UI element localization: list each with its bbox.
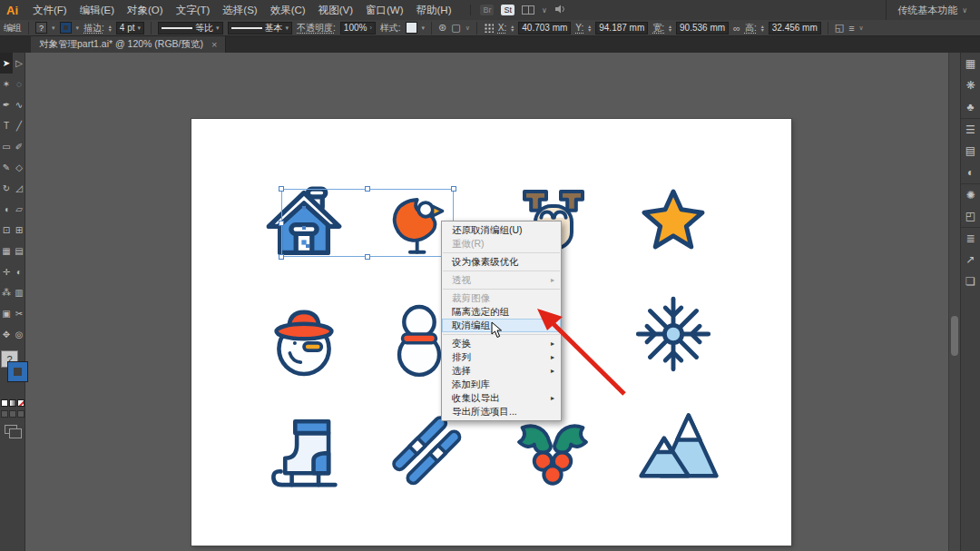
artboard-icon-snowman-face[interactable] <box>262 300 346 384</box>
anchor-point[interactable] <box>302 226 306 230</box>
graphic-styles-panel-icon[interactable]: ◰ <box>961 205 980 227</box>
symbol-sprayer-tool[interactable]: ⁂ <box>0 282 13 303</box>
paintbrush-tool[interactable]: ✐ <box>13 136 25 157</box>
document-setup-icon[interactable]: ⊛ <box>438 22 446 34</box>
artboard-icon-ice-skate[interactable] <box>267 413 350 497</box>
menu-item-arrange[interactable]: 排列 ▸ <box>442 350 561 364</box>
direct-selection-tool[interactable]: ▷ <box>13 53 25 74</box>
lasso-tool[interactable]: ◌ <box>13 74 25 94</box>
brushes-panel-icon[interactable]: ♣ <box>961 96 980 118</box>
chevron-down-icon[interactable]: ▾ <box>76 25 80 32</box>
menu-item-ungroup[interactable]: 取消编组 <box>442 319 561 332</box>
menubar-item[interactable]: 帮助(H) <box>410 0 458 20</box>
magic-wand-tool[interactable]: ✶ <box>0 74 13 94</box>
stroke-color-swatch[interactable] <box>60 22 72 34</box>
artboard-icon-skis[interactable] <box>387 411 466 489</box>
menu-item-undo-ungroup[interactable]: 还原取消编组(U) <box>442 223 561 237</box>
height-stepper[interactable]: ▴▾ <box>761 25 764 32</box>
anchor-point[interactable] <box>306 244 309 248</box>
selection-handle[interactable] <box>451 186 456 192</box>
menubar-item[interactable]: 窗口(W) <box>359 0 410 20</box>
pen-tool[interactable]: ✒ <box>0 94 13 115</box>
mode-button[interactable] <box>17 410 24 418</box>
drawing-mode-icon[interactable] <box>5 425 17 434</box>
chevron-down-icon[interactable]: ▾ <box>52 25 55 32</box>
menu-item-isolate-group[interactable]: 隔离选定的组 <box>442 305 561 319</box>
align-icon[interactable]: ≡ <box>848 23 854 34</box>
stroke-swatch[interactable] <box>8 362 27 381</box>
stock-icon[interactable]: St <box>501 5 514 15</box>
scale-tool[interactable]: ◿ <box>13 178 25 199</box>
zoom-tool[interactable]: ◎ <box>13 324 25 345</box>
x-stepper[interactable]: ▴▾ <box>511 25 514 32</box>
rectangle-tool[interactable]: ▭ <box>0 136 13 157</box>
menubar-item[interactable]: 对象(O) <box>121 0 170 20</box>
style-swatch[interactable] <box>406 22 417 34</box>
stroke-weight-label[interactable]: 描边: <box>83 22 104 34</box>
menubar-item[interactable]: 视图(V) <box>312 0 359 20</box>
chevron-down-icon[interactable]: ∨ <box>859 25 864 32</box>
free-transform-tool[interactable]: ▱ <box>13 199 25 220</box>
menubar-item[interactable]: 文件(F) <box>26 0 74 20</box>
selection-handle[interactable] <box>279 221 284 226</box>
chevron-down-icon[interactable]: ▾ <box>422 25 426 32</box>
rotate-tool[interactable]: ↻ <box>0 178 13 199</box>
mode-button[interactable] <box>9 410 16 418</box>
shape-builder-tool[interactable]: ⊡ <box>0 220 13 241</box>
layers-panel-icon[interactable]: ≣ <box>961 227 980 249</box>
bridge-icon[interactable]: Br <box>480 5 494 15</box>
shaper-tool[interactable]: ◇ <box>13 157 25 178</box>
transform-icon[interactable]: ◱ <box>835 22 844 34</box>
gradient-panel-icon[interactable]: ▤ <box>961 140 980 162</box>
width-stepper[interactable]: ▴▾ <box>669 25 671 32</box>
none-button[interactable] <box>17 399 24 407</box>
curvature-tool[interactable]: ∿ <box>13 94 25 115</box>
mesh-tool[interactable]: ▦ <box>0 241 13 261</box>
export-panel-icon[interactable]: ↗ <box>961 249 980 271</box>
x-label[interactable]: X: <box>498 23 506 33</box>
announcement-icon[interactable] <box>554 5 565 15</box>
perspective-grid-tool[interactable]: ⊞ <box>13 220 25 241</box>
slice-tool[interactable]: ✂ <box>13 303 25 324</box>
selection-handle[interactable] <box>279 186 284 192</box>
artboard-icon-star[interactable] <box>635 182 711 259</box>
height-label[interactable]: 高: <box>745 22 757 34</box>
anchor-point[interactable] <box>302 206 306 210</box>
y-stepper[interactable]: ▴▾ <box>588 25 591 32</box>
chevron-down-icon[interactable]: ∨ <box>466 25 470 32</box>
variable-width-profile-dropdown[interactable]: 等比▾ <box>158 22 223 34</box>
gradient-button[interactable] <box>9 399 16 407</box>
opacity-label[interactable]: 不透明度: <box>297 22 336 34</box>
width-field[interactable]: 90.536 mm <box>676 22 729 34</box>
mode-button[interactable] <box>1 410 8 418</box>
line-segment-tool[interactable]: ╱ <box>13 115 25 136</box>
menubar-item[interactable]: 效果(C) <box>264 0 312 20</box>
artboards-panel-icon[interactable]: ❏ <box>961 271 980 292</box>
selection-handle[interactable] <box>279 254 284 260</box>
stroke-panel-icon[interactable]: ☰ <box>961 118 980 140</box>
document-tab[interactable]: 对象管理part1.ai* @ 120% (RGB/预览) × <box>31 36 226 53</box>
menu-item-pixel-perfect[interactable]: 设为像素级优化 <box>442 255 561 269</box>
column-graph-tool[interactable]: ▥ <box>13 282 25 303</box>
arrange-documents-icon[interactable] <box>522 5 534 15</box>
color-button[interactable] <box>1 399 8 407</box>
scrollbar-thumb[interactable] <box>951 316 958 356</box>
brush-definition-dropdown[interactable]: 基本▾ <box>228 22 293 34</box>
menu-item-collect-for-export[interactable]: 收集以导出 ▸ <box>442 391 561 405</box>
fill-color-swatch[interactable]: ? <box>35 22 47 34</box>
gradient-tool[interactable]: ▤ <box>13 241 25 261</box>
artboard-icon-snowflake[interactable] <box>633 294 713 374</box>
selection-tool[interactable]: ➤ <box>0 53 13 74</box>
bounding-box-icon[interactable]: ▢ <box>451 22 460 34</box>
stroke-weight-stepper[interactable]: ▴▾ <box>109 25 112 32</box>
width-tool[interactable]: ◖ <box>0 199 13 220</box>
menu-item-transform[interactable]: 变换 ▸ <box>442 337 561 350</box>
chevron-down-icon[interactable]: ∨ <box>542 6 547 15</box>
menu-item-perspective[interactable]: 透视 ▸ <box>442 273 561 287</box>
artboard-tool[interactable]: ▣ <box>0 303 13 324</box>
type-tool[interactable]: T <box>0 115 13 136</box>
menu-item-select[interactable]: 选择 ▸ <box>442 364 561 378</box>
menu-item-export-selection[interactable]: 导出所选项目... <box>442 405 561 418</box>
workspace-switcher[interactable]: 传统基本功能∨ <box>886 0 980 20</box>
transparency-panel-icon[interactable]: ◐ <box>961 162 980 183</box>
